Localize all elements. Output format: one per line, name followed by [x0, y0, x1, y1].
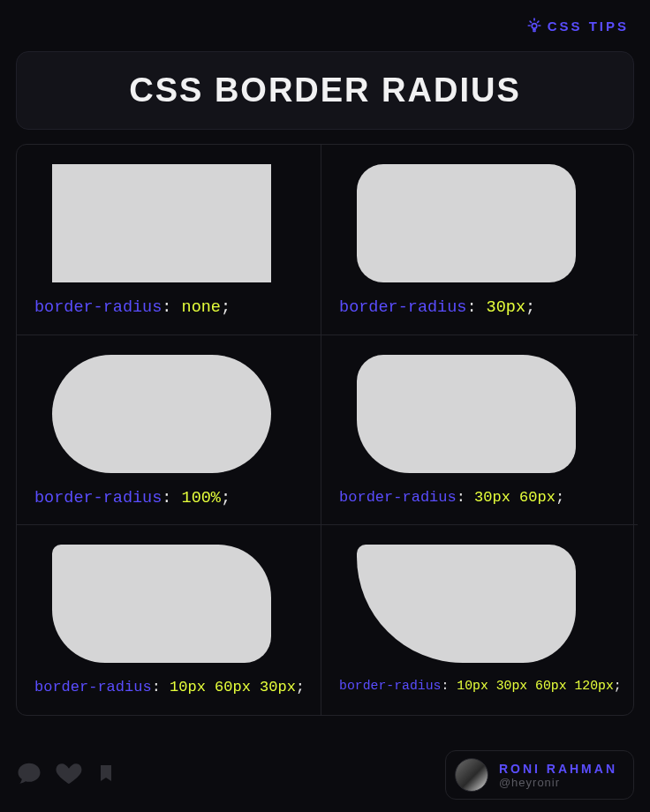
css-property: border-radius	[34, 679, 152, 695]
example-cell: border-radius: 30px;	[321, 145, 638, 335]
css-property: border-radius	[34, 489, 162, 508]
code-snippet: border-radius: 30px;	[339, 298, 622, 318]
punct: :	[162, 298, 181, 317]
punct: ;	[221, 298, 231, 317]
example-cell: border-radius: 30px 60px;	[321, 335, 638, 524]
punct: :	[442, 679, 457, 693]
punct: ;	[556, 489, 564, 506]
demo-shape	[357, 355, 576, 473]
punct: :	[162, 489, 181, 508]
demo-shape	[357, 545, 576, 663]
punct: :	[457, 489, 474, 506]
svg-point-5	[532, 24, 537, 29]
code-snippet: border-radius: none;	[34, 298, 305, 318]
code-snippet: border-radius: 100%;	[34, 489, 305, 508]
css-property: border-radius	[339, 298, 466, 317]
css-value: 100%	[182, 489, 221, 508]
author-name: RONI RAHMAN	[499, 762, 617, 776]
avatar	[455, 758, 488, 792]
css-value: none	[182, 298, 221, 317]
punct: ;	[221, 489, 231, 508]
punct: :	[152, 679, 170, 695]
example-cell: border-radius: 100%;	[17, 335, 321, 524]
demo-shape	[52, 355, 271, 473]
lightbulb-icon	[526, 18, 542, 34]
css-property: border-radius	[339, 679, 441, 693]
demo-shape	[357, 164, 576, 282]
css-value: 10px 30px 60px 120px	[457, 679, 614, 693]
header-tag: CSS TIPS	[12, 14, 638, 48]
page-title: CSS BORDER RADIUS	[26, 71, 624, 109]
code-snippet: border-radius: 10px 60px 30px;	[34, 679, 305, 696]
css-property: border-radius	[34, 298, 162, 317]
example-cell: border-radius: none;	[17, 145, 321, 335]
css-property: border-radius	[339, 489, 457, 506]
demo-shape	[52, 545, 271, 663]
example-cell: border-radius: 10px 60px 30px;	[17, 524, 321, 714]
footer: RONI RAHMAN @heyronir	[12, 741, 638, 800]
punct: ;	[296, 679, 305, 695]
heart-icon[interactable]	[55, 759, 83, 791]
bookmark-icon[interactable]	[95, 760, 117, 790]
author-handle: @heyronir	[499, 776, 617, 789]
css-value: 30px	[487, 298, 525, 317]
code-snippet: border-radius: 30px 60px;	[339, 489, 622, 507]
comment-icon[interactable]	[16, 760, 42, 790]
example-cell: border-radius: 10px 30px 60px 120px;	[321, 524, 638, 714]
demo-shape	[52, 164, 271, 282]
svg-line-4	[537, 21, 538, 22]
css-value: 10px 60px 30px	[170, 679, 296, 695]
title-bar: CSS BORDER RADIUS	[16, 51, 634, 130]
examples-grid: border-radius: none; border-radius: 30px…	[16, 144, 634, 716]
punct: ;	[614, 679, 622, 693]
punct: :	[466, 298, 486, 317]
author-card[interactable]: RONI RAHMAN @heyronir	[445, 750, 634, 800]
tag-label: CSS TIPS	[548, 19, 629, 34]
svg-line-3	[530, 21, 531, 22]
code-snippet: border-radius: 10px 30px 60px 120px;	[339, 679, 622, 695]
css-value: 30px 60px	[474, 489, 556, 506]
punct: ;	[525, 298, 535, 317]
